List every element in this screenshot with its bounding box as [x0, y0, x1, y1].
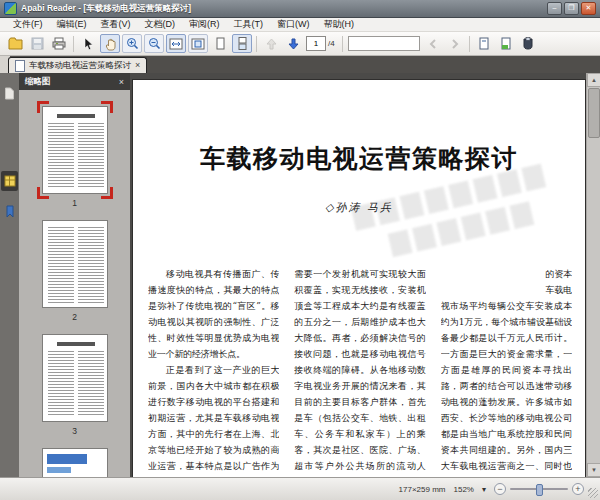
article-author: ◇孙涛 马兵 [133, 200, 585, 215]
down-arrow-icon [288, 38, 299, 50]
continuous-page-button[interactable] [232, 34, 252, 53]
continuous-page-icon [237, 37, 248, 50]
menu-edit[interactable]: 编辑(E) [50, 18, 94, 31]
resize-grip[interactable] [588, 488, 598, 498]
toolbar-separator [256, 36, 257, 52]
snapshot-icon [478, 37, 490, 50]
folder-open-icon [8, 37, 23, 50]
vertical-scrollbar[interactable]: ▲ ▼ [586, 73, 600, 477]
navigation-rail [0, 73, 20, 477]
zoom-slider-thumb[interactable] [536, 484, 543, 496]
thumbnails-panel: 缩略图 × 1 2 3 4 [19, 73, 130, 477]
print-button[interactable] [49, 34, 69, 53]
note-tool-button[interactable] [518, 34, 538, 53]
bookmark-icon [5, 205, 15, 218]
scrollbar-thumb[interactable] [588, 88, 600, 138]
zoom-dropdown-icon[interactable]: ▾ [482, 485, 486, 494]
fit-page-button[interactable] [188, 34, 208, 53]
zoom-slider-control: − + [494, 483, 584, 495]
save-button[interactable] [27, 34, 47, 53]
find-previous-button[interactable] [423, 34, 443, 53]
hand-tool-button[interactable] [100, 34, 120, 53]
article-column-1: 移动电视具有传播面广、传播速度快的特点，其最大的特点是弥补了传统电视的“盲区”。… [148, 266, 279, 477]
thumbnail-label: 1 [72, 198, 77, 208]
thumbnail-page-2[interactable] [42, 220, 108, 308]
next-page-button[interactable] [283, 34, 303, 53]
document-tab[interactable]: 车载移动电视运营策略探讨 × [8, 57, 147, 73]
thumbnails-panel-button[interactable] [1, 171, 18, 191]
toolbar: /4 [0, 32, 600, 56]
single-page-button[interactable] [210, 34, 230, 53]
panel-header: 缩略图 × [19, 73, 130, 90]
note-icon [522, 37, 534, 50]
thumbnail-page-3[interactable] [42, 334, 108, 422]
bookmarks-panel-button[interactable] [1, 201, 18, 221]
panel-close-icon[interactable]: × [119, 77, 124, 87]
fit-page-icon [191, 38, 205, 50]
hand-icon [104, 37, 117, 51]
zoom-in-button-status[interactable]: + [572, 483, 584, 495]
page-size-label: 177×259 mm [399, 485, 446, 494]
up-arrow-icon [266, 38, 277, 50]
thumbnail-page-1[interactable] [42, 106, 108, 194]
article-column-2: 需要一个发射机就可实现较大面积覆盖，实现无线接收，安装机顶盒等工程成本大约是有线… [294, 266, 425, 477]
fit-width-button[interactable] [166, 34, 186, 53]
menu-document[interactable]: 文档(D) [138, 18, 183, 31]
page-icon [4, 87, 15, 100]
tab-title: 车载移动电视运营策略探讨 [29, 60, 131, 72]
article-title: 车载移动电视运营策略探讨 [133, 142, 585, 175]
highlight-icon [500, 37, 512, 50]
close-button[interactable]: ✕ [581, 2, 596, 15]
panel-title: 缩略图 [25, 76, 51, 88]
paragraph: 移动电视具有传播面广、传播速度快的特点，其最大的特点是弥补了传统电视的“盲区”。… [148, 266, 279, 362]
snapshot-tool-button[interactable] [474, 34, 494, 53]
select-tool-button[interactable] [78, 34, 98, 53]
printer-icon [52, 37, 66, 50]
toolbar-separator [73, 36, 74, 52]
menu-window[interactable]: 窗口(W) [270, 18, 317, 31]
menu-file[interactable]: 文件(F) [6, 18, 50, 31]
save-icon [31, 37, 44, 50]
find-next-button[interactable] [445, 34, 465, 53]
find-next-icon [450, 39, 460, 49]
minimize-button[interactable]: – [547, 2, 562, 15]
menu-bar: 文件(F) 编辑(E) 查看(V) 文档(D) 审阅(R) 工具(T) 窗口(W… [0, 18, 600, 32]
maximize-button[interactable]: ❐ [564, 2, 579, 15]
zoom-in-icon [126, 37, 139, 50]
highlight-tool-button[interactable] [496, 34, 516, 53]
thumbnail-page-4[interactable] [42, 448, 108, 477]
scroll-down-button[interactable]: ▼ [587, 463, 600, 477]
previous-page-button[interactable] [261, 34, 281, 53]
menu-help[interactable]: 帮助(H) [317, 18, 362, 31]
zoom-out-button[interactable] [144, 34, 164, 53]
page-number-input[interactable] [306, 36, 326, 51]
scroll-up-button[interactable]: ▲ [587, 73, 600, 87]
document-view: 车载移动电视运营策略探讨 ◇孙涛 马兵 移动电视具有传播面广、传播速度快的特点，… [130, 73, 586, 477]
fit-width-icon [169, 38, 183, 50]
zoom-slider-track[interactable] [510, 488, 568, 490]
paragraph: 正是看到了这一产业的巨大前景，国内各大中城市都在积极进行数字移动电视的平台搭建和… [148, 362, 279, 477]
document-page: 车载移动电视运营策略探讨 ◇孙涛 马兵 移动电视具有传播面广、传播速度快的特点，… [132, 79, 586, 477]
menu-review[interactable]: 审阅(R) [182, 18, 227, 31]
paragraph-fragment: 车载电 [441, 282, 572, 298]
menu-tools[interactable]: 工具(T) [227, 18, 271, 31]
search-input[interactable] [348, 36, 420, 51]
thumbnail-list: 1 2 3 4 [19, 90, 130, 477]
document-icon [15, 60, 25, 72]
zoom-out-button-status[interactable]: − [494, 483, 506, 495]
zoom-in-button[interactable] [122, 34, 142, 53]
open-button[interactable] [5, 34, 25, 53]
app-window: Apabi Reader - [车载移动电视运营策略探讨] – ❐ ✕ 文件(F… [0, 0, 600, 500]
menu-view[interactable]: 查看(V) [94, 18, 138, 31]
tab-close-icon[interactable]: × [135, 61, 140, 70]
article-column-3: 的资本 车载电 视市场平均每辆公交车安装成本约为1万元，每个城市辅设基础设备最少… [441, 266, 572, 477]
zoom-level-label[interactable]: 152% [454, 485, 474, 494]
toolbar-separator [469, 36, 470, 52]
toolbar-separator [342, 36, 343, 52]
paragraph: 需要一个发射机就可实现较大面积覆盖，实现无线接收，安装机顶盒等工程成本大约是有线… [294, 266, 425, 477]
pages-panel-button[interactable] [1, 83, 18, 103]
window-title: Apabi Reader - [车载移动电视运营策略探讨] [21, 3, 191, 15]
main-area: 缩略图 × 1 2 3 4 [0, 73, 600, 477]
status-bar: 177×259 mm 152% ▾ − + [0, 477, 600, 500]
thumbnail-label: 2 [72, 312, 77, 322]
